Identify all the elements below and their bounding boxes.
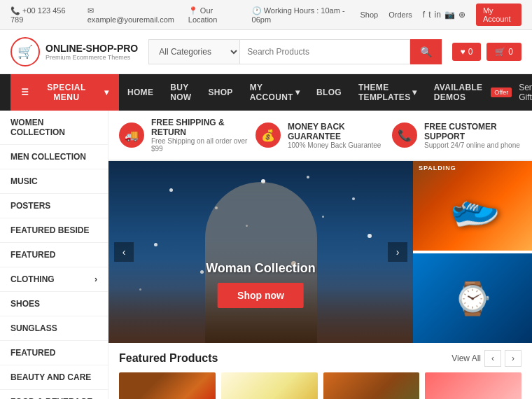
phone: 📞 +00 123 456 789: [10, 6, 77, 24]
chevron-down-icon: ▾: [295, 88, 300, 97]
nav-theme-templates[interactable]: THEME TEMPLATES ▾: [350, 74, 426, 111]
top-bar: 📞 +00 123 456 789 ✉ example@youremail.co…: [0, 0, 532, 30]
hamburger-icon: ☰: [21, 88, 29, 97]
sidebar-item-food-beverage[interactable]: FOOD & BEVERAGE: [0, 390, 108, 399]
orders-link[interactable]: Orders: [388, 10, 412, 19]
sidebar-item-featured-1[interactable]: FEATURED: [0, 243, 108, 267]
sidebar-item-featured-2[interactable]: FEATURED: [0, 341, 108, 365]
search-input[interactable]: [239, 39, 410, 64]
feature-shipping-text: FREE SHIPPING & RETURN Free Shipping on …: [151, 118, 248, 153]
product-card-4[interactable]: [425, 372, 522, 399]
shoe-content: 👟: [413, 161, 532, 251]
feature-support-text: FREE CUSTOMER SUPPORT Support 24/7 onlin…: [424, 122, 522, 149]
featured-prev-button[interactable]: ‹: [484, 350, 501, 367]
logo-main-text: ONLINE-SHOP-PRO: [46, 43, 138, 55]
feature-support: 📞 FREE CUSTOMER SUPPORT Support 24/7 onl…: [392, 118, 522, 153]
shop-now-button[interactable]: Shop now: [218, 283, 304, 308]
nav-my-account[interactable]: MY ACCOUNT ▾: [241, 74, 308, 111]
side-image-watch[interactable]: ⌚: [413, 253, 532, 343]
logo-text: ONLINE-SHOP-PRO Premium Ecommerce Themes: [46, 43, 138, 62]
sidebar-item-featured-beside[interactable]: FEATURED BESIDE: [0, 218, 108, 243]
facebook-icon[interactable]: f: [423, 10, 425, 20]
sidebar-item-beauty-care[interactable]: BEAUTY AND CARE: [0, 365, 108, 390]
header: 🛒 ONLINE-SHOP-PRO Premium Ecommerce Them…: [0, 30, 532, 74]
wishlist-count: 0: [468, 47, 473, 57]
feature-money-back-text: MONEY BACK GUARANTEE 100% Money Back Gua…: [288, 122, 385, 149]
sidebar-label: SHOES: [10, 299, 40, 309]
view-all-link[interactable]: View All: [451, 354, 481, 363]
hero-area: Woman Collection Shop now ‹ › 👟 SPALDING: [108, 161, 532, 343]
nav-available-demos[interactable]: AVAILABLE DEMOS: [426, 74, 491, 111]
nav-home[interactable]: HOME: [119, 79, 162, 106]
category-select[interactable]: All Categories: [148, 39, 239, 64]
sidebar-item-shoes[interactable]: SHOES: [0, 292, 108, 316]
product-card-1[interactable]: [119, 372, 216, 399]
search-button[interactable]: 🔍: [410, 39, 442, 64]
featured-next-button[interactable]: ›: [505, 350, 522, 367]
sidebar-label: WOMEN COLLECTION: [10, 118, 97, 137]
feature-money-back: 💰 MONEY BACK GUARANTEE 100% Money Back G…: [255, 118, 385, 153]
instagram-icon[interactable]: 📷: [444, 10, 455, 20]
product-card-3[interactable]: [323, 372, 420, 399]
header-icons: ♥ 0 🛒 0: [452, 43, 522, 61]
spalding-label: SPALDING: [419, 164, 456, 172]
email-icon: ✉: [88, 6, 94, 15]
product-card-2[interactable]: [221, 372, 318, 399]
hero-text: Woman Collection Shop now: [206, 261, 316, 308]
location: 📍 Our Location: [188, 6, 241, 24]
featured-section: Featured Products View All ‹ ›: [108, 343, 532, 399]
feature-shipping: 🚚 FREE SHIPPING & RETURN Free Shipping o…: [119, 118, 248, 153]
hero-collection-title: Woman Collection: [206, 261, 316, 276]
slider-prev-button[interactable]: ‹: [114, 242, 134, 262]
my-account-button[interactable]: My Account: [476, 4, 522, 26]
features-strip: 🚚 FREE SHIPPING & RETURN Free Shipping o…: [108, 111, 532, 161]
send-gift-link[interactable]: Send Gift: [512, 74, 532, 111]
feature-money-back-title: MONEY BACK GUARANTEE: [288, 122, 385, 141]
sidebar-label: MEN COLLECTION: [10, 152, 86, 162]
nav-buy-now[interactable]: BUY NOW: [162, 74, 200, 111]
logo: 🛒 ONLINE-SHOP-PRO Premium Ecommerce Them…: [10, 37, 138, 66]
linkedin-icon[interactable]: in: [435, 10, 441, 20]
twitter-icon[interactable]: t: [428, 10, 430, 20]
feature-support-desc: Support 24/7 online and phone: [424, 141, 522, 149]
featured-title: Featured Products: [119, 352, 218, 365]
sidebar-item-men-collection[interactable]: MEN COLLECTION: [0, 145, 108, 169]
offer-badge: Offer: [491, 88, 512, 97]
sidebar-item-music[interactable]: MUSIC: [0, 169, 108, 194]
feature-money-back-desc: 100% Money Back Guarantee: [288, 141, 385, 149]
sidebar-item-women-collection[interactable]: WOMEN COLLECTION: [0, 111, 108, 145]
cart-button[interactable]: 🛒 0: [486, 43, 522, 61]
nav-blog[interactable]: BLOG: [308, 79, 350, 106]
featured-header: Featured Products View All ‹ ›: [119, 350, 522, 367]
rss-icon[interactable]: ⊕: [458, 10, 465, 20]
heart-icon: ♥: [461, 47, 465, 57]
sidebar-item-sunglass[interactable]: SUNGLASS: [0, 316, 108, 341]
location-icon: 📍: [188, 6, 198, 15]
sidebar-label: FEATURED: [10, 348, 55, 358]
watch-emoji: ⌚: [453, 280, 492, 317]
top-bar-left: 📞 +00 123 456 789 ✉ example@youremail.co…: [10, 6, 360, 24]
social-icons: f t in 📷 ⊕: [423, 10, 465, 20]
shop-link[interactable]: Shop: [360, 10, 379, 19]
shoe-emoji: 👟: [442, 176, 503, 236]
clock-icon: 🕐: [252, 6, 262, 15]
special-menu-button[interactable]: ☰ SPECIAL MENU ▾: [10, 74, 119, 111]
wishlist-button[interactable]: ♥ 0: [452, 43, 482, 61]
nav-right: Offer Send Gift: [491, 74, 532, 111]
product-grid: [119, 372, 522, 399]
sidebar-label: CLOTHING: [10, 274, 55, 284]
side-image-shoe[interactable]: 👟 SPALDING: [413, 161, 532, 251]
sidebar-item-clothing[interactable]: CLOTHING ›: [0, 267, 108, 292]
sidebar-label: BEAUTY AND CARE: [10, 372, 91, 382]
side-images: 👟 SPALDING ⌚: [413, 161, 532, 343]
slider-next-button[interactable]: ›: [388, 242, 407, 262]
support-icon: 📞: [392, 122, 417, 148]
main-content: WOMEN COLLECTION MEN COLLECTION MUSIC PO…: [0, 111, 532, 399]
nav-shop[interactable]: SHOP: [200, 79, 241, 106]
shipping-icon: 🚚: [119, 122, 144, 148]
email: ✉ example@youremail.com: [88, 6, 178, 24]
nav-links: HOME BUY NOW SHOP MY ACCOUNT ▾ BLOG THEM…: [119, 74, 491, 111]
sidebar-label: FEATURED: [10, 250, 55, 260]
sidebar-item-posters[interactable]: POSTERS: [0, 194, 108, 218]
top-bar-right: Shop Orders f t in 📷 ⊕ My Account: [360, 4, 522, 26]
